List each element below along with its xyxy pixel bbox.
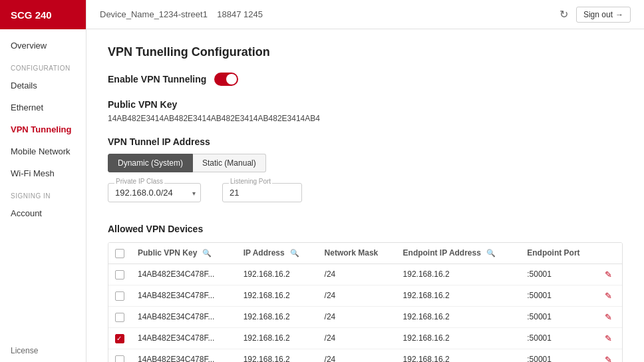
row-checkbox-1[interactable] xyxy=(115,291,124,301)
row-vpn-key-4: 14AB482E34C478F... xyxy=(131,349,237,362)
edit-icon-2[interactable]: ✎ xyxy=(605,312,612,322)
license-link[interactable]: License xyxy=(0,339,86,362)
table-row: 14AB482E34C478F... 192.168.16.2 /24 192.… xyxy=(108,327,622,349)
table-row: 14AB482E34C478F... 192.168.16.2 /24 192.… xyxy=(108,349,622,362)
enable-vpn-label: Enable VPN Tunneling xyxy=(108,74,206,85)
signout-button[interactable]: Sign out → xyxy=(576,7,631,23)
tab-static[interactable]: Static (Manual) xyxy=(193,154,266,172)
row-edit-0: ✎ xyxy=(598,264,622,285)
row-mask-0: /24 xyxy=(318,264,397,285)
enable-vpn-toggle[interactable] xyxy=(214,73,238,86)
sidebar-item-account[interactable]: Account xyxy=(0,202,86,224)
edit-icon-4[interactable]: ✎ xyxy=(605,355,612,362)
row-ip-0: 192.168.16.2 xyxy=(237,264,318,285)
col-endpoint-port: Endpoint Port xyxy=(520,243,597,264)
vpn-key-title: Public VPN Key xyxy=(108,99,623,110)
row-ip-2: 192.168.16.2 xyxy=(237,306,318,327)
main-area: Device_Name_1234-street1 18847 1245 ↻ Si… xyxy=(86,0,644,362)
row-checkbox-2[interactable] xyxy=(115,313,124,322)
signing-section-label: SIGNING IN xyxy=(0,184,86,202)
row-checkbox-cell-3 xyxy=(108,327,131,349)
vpn-key-value: 14AB482E3414AB482E3414AB482E3414AB482E34… xyxy=(108,114,623,123)
row-vpn-key-0: 14AB482E34C478F... xyxy=(131,264,237,285)
search-public-key-icon[interactable]: 🔍 xyxy=(202,249,212,258)
refresh-button[interactable]: ↻ xyxy=(560,8,568,21)
enable-vpn-row: Enable VPN Tunneling xyxy=(108,73,623,86)
select-all-checkbox[interactable] xyxy=(115,249,124,258)
table-body: 14AB482E34C478F... 192.168.16.2 /24 192.… xyxy=(108,264,622,362)
row-endpoint-port-0: :50001 xyxy=(520,264,597,285)
row-mask-4: /24 xyxy=(318,349,397,362)
row-checkbox-0[interactable] xyxy=(115,270,124,279)
private-ip-field: Private IP Class 192.168.0.0/24 ▾ xyxy=(108,183,201,202)
sidebar-nav: Overview CONFIGURATION Details Ethernet … xyxy=(0,29,86,339)
tunnel-ip-tabs: Dynamic (System) Static (Manual) xyxy=(108,154,623,172)
app-title: SCG 240 xyxy=(11,9,52,21)
device-name: Device_Name_1234-street1 xyxy=(100,9,208,19)
row-ip-4: 192.168.16.2 xyxy=(237,349,318,362)
vpn-devices-table: Public VPN Key 🔍 IP Address 🔍 Network M xyxy=(108,243,622,362)
row-endpoint-ip-0: 192.168.16.2 xyxy=(397,264,521,285)
listening-port-label: Listening Port xyxy=(229,178,272,185)
row-edit-1: ✎ xyxy=(598,285,622,306)
table-header-row: Public VPN Key 🔍 IP Address 🔍 Network M xyxy=(108,243,622,264)
search-ip-icon[interactable]: 🔍 xyxy=(290,249,299,258)
col-network-mask: Network Mask xyxy=(318,243,397,264)
col-public-vpn-key: Public VPN Key 🔍 xyxy=(131,243,237,264)
app-logo: SCG 240 xyxy=(0,0,86,29)
header-device-info: Device_Name_1234-street1 18847 1245 xyxy=(100,9,263,19)
sidebar-item-overview[interactable]: Overview xyxy=(0,35,86,57)
sidebar-item-mobile[interactable]: Mobile Network xyxy=(0,140,86,162)
vpn-devices-table-wrap: Public VPN Key 🔍 IP Address 🔍 Network M xyxy=(108,242,623,362)
row-vpn-key-1: 14AB482E34C478F... xyxy=(131,285,237,306)
row-edit-3: ✎ xyxy=(598,327,622,349)
row-checkbox-cell-1 xyxy=(108,285,131,306)
sidebar-item-ethernet[interactable]: Ethernet xyxy=(0,96,86,118)
listening-port-field: Listening Port 21 xyxy=(222,183,302,202)
sidebar: SCG 240 Overview CONFIGURATION Details E… xyxy=(0,0,86,362)
row-endpoint-ip-3: 192.168.16.2 xyxy=(397,327,521,349)
col-ip-address: IP Address 🔍 xyxy=(237,243,318,264)
sidebar-item-details[interactable]: Details xyxy=(0,75,86,96)
row-checkbox-cell-0 xyxy=(108,264,131,285)
sidebar-item-wifi[interactable]: Wi-Fi Mesh xyxy=(0,162,86,184)
row-mask-3: /24 xyxy=(318,327,397,349)
row-checkbox-cell-2 xyxy=(108,306,131,327)
row-endpoint-port-2: :50001 xyxy=(520,306,597,327)
row-checkbox-4[interactable] xyxy=(115,355,124,362)
row-endpoint-port-1: :50001 xyxy=(520,285,597,306)
content-area: VPN Tunelling Configuration Enable VPN T… xyxy=(86,29,644,362)
row-mask-1: /24 xyxy=(318,285,397,306)
header-actions: ↻ Sign out → xyxy=(560,7,631,23)
edit-icon-1[interactable]: ✎ xyxy=(605,291,612,301)
row-endpoint-port-3: :50001 xyxy=(520,327,597,349)
table-row: 14AB482E34C478F... 192.168.16.2 /24 192.… xyxy=(108,285,622,306)
col-endpoint-ip: Endpoint IP Address 🔍 xyxy=(397,243,521,264)
row-endpoint-ip-4: 192.168.16.2 xyxy=(397,349,521,362)
row-mask-2: /24 xyxy=(318,306,397,327)
search-endpoint-icon[interactable]: 🔍 xyxy=(486,249,496,258)
row-vpn-key-2: 14AB482E34C478F... xyxy=(131,306,237,327)
row-ip-3: 192.168.16.2 xyxy=(237,327,318,349)
device-id: 18847 1245 xyxy=(217,9,263,19)
allowed-title: Allowed VPN Devices xyxy=(108,224,623,234)
listening-port-input[interactable]: 21 xyxy=(222,183,302,202)
row-vpn-key-3: 14AB482E34C478F... xyxy=(131,327,237,349)
edit-icon-3[interactable]: ✎ xyxy=(605,333,612,343)
row-checkbox-3[interactable] xyxy=(115,334,124,343)
tab-dynamic[interactable]: Dynamic (System) xyxy=(108,154,193,172)
sidebar-item-vpn[interactable]: VPN Tunneling xyxy=(0,118,86,140)
col-actions xyxy=(598,243,622,264)
edit-icon-0[interactable]: ✎ xyxy=(605,270,612,279)
row-endpoint-ip-1: 192.168.16.2 xyxy=(397,285,521,306)
private-ip-select[interactable]: 192.168.0.0/24 xyxy=(108,183,201,202)
row-ip-1: 192.168.16.2 xyxy=(237,285,318,306)
table-row: 14AB482E34C478F... 192.168.16.2 /24 192.… xyxy=(108,264,622,285)
row-edit-4: ✎ xyxy=(598,349,622,362)
row-endpoint-ip-2: 192.168.16.2 xyxy=(397,306,521,327)
row-endpoint-port-4: :50001 xyxy=(520,349,597,362)
header: Device_Name_1234-street1 18847 1245 ↻ Si… xyxy=(86,0,644,29)
table-row: 14AB482E34C478F... 192.168.16.2 /24 192.… xyxy=(108,306,622,327)
row-checkbox-cell-4 xyxy=(108,349,131,362)
row-edit-2: ✎ xyxy=(598,306,622,327)
